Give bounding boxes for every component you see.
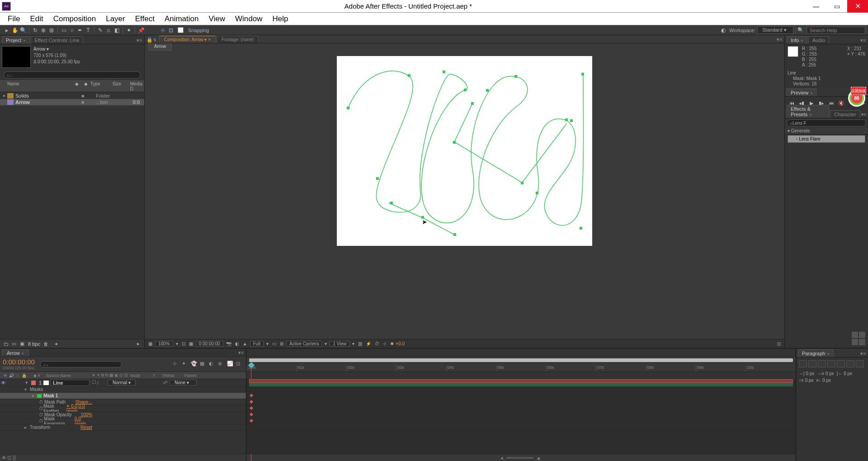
- col-name[interactable]: Name: [2, 81, 73, 91]
- menu-edit[interactable]: Edit: [25, 14, 48, 24]
- timeline-icon[interactable]: ⏱: [373, 341, 381, 346]
- camera-select[interactable]: Active Camera: [286, 341, 322, 347]
- col-type-icon[interactable]: ◆: [81, 81, 90, 91]
- snap-grid-icon[interactable]: ⊡: [167, 26, 175, 34]
- brush-tool-icon[interactable]: ✎: [96, 26, 104, 34]
- justify-last-right-icon[interactable]: [846, 360, 854, 367]
- workspace-select[interactable]: Standard ▾: [757, 26, 793, 34]
- effects-presets-tab[interactable]: Effects & Presets×: [787, 105, 829, 118]
- brainstorm-icon[interactable]: ◐: [719, 26, 727, 34]
- menu-composition[interactable]: Composition: [48, 14, 101, 24]
- prev-icon[interactable]: ◂: [52, 340, 60, 348]
- views-select[interactable]: 1 View: [330, 341, 349, 347]
- audio-tab[interactable]: Audio: [808, 36, 829, 44]
- menu-help[interactable]: Help: [268, 14, 293, 24]
- masks-group[interactable]: ▾Masks: [0, 386, 246, 393]
- puppet-tool-icon[interactable]: 📌: [137, 26, 145, 34]
- new-folder-icon[interactable]: ▭: [10, 340, 18, 348]
- show-last-icon[interactable]: ▲: [241, 341, 249, 346]
- draft-3d-icon[interactable]: ✦: [182, 361, 189, 368]
- next-icon[interactable]: ▸: [134, 340, 142, 348]
- lock-icon[interactable]: 🔒: [146, 37, 153, 43]
- selection-tool-icon[interactable]: ▸: [3, 26, 11, 34]
- grid-icon[interactable]: ⊞: [278, 341, 285, 346]
- anchor-tool-icon[interactable]: ⊞: [47, 26, 56, 34]
- frame-blend-icon[interactable]: ▦: [200, 361, 207, 368]
- parent-col[interactable]: Parent: [184, 373, 207, 378]
- col-label-icon[interactable]: ◆: [73, 81, 82, 91]
- col-type[interactable]: Type: [90, 81, 113, 91]
- panel-menu-icon[interactable]: ▾≡: [777, 37, 783, 43]
- interpret-footage-icon[interactable]: 🗀: [2, 340, 10, 348]
- indent-first-value[interactable]: →≡ 0 px: [817, 371, 834, 376]
- time-ruler[interactable]: :00s01s02s03s04s05s06s07s08s09s10s: [246, 357, 796, 372]
- project-search-input[interactable]: ⌕▾: [4, 71, 141, 79]
- menu-window[interactable]: Window: [230, 14, 267, 24]
- eraser-tool-icon[interactable]: ◧: [113, 26, 121, 34]
- mask-expansion-prop[interactable]: ⏱Mask Expansion0.0 pixels: [0, 418, 246, 424]
- align-right-icon[interactable]: [818, 360, 826, 367]
- zoom-out-icon[interactable]: ▴: [501, 455, 504, 461]
- col-media[interactable]: Media D: [130, 81, 142, 91]
- maximize-button[interactable]: ▭: [826, 0, 847, 13]
- timeline-tab[interactable]: Arrow×: [2, 349, 29, 356]
- keyframe-icon[interactable]: [250, 413, 253, 416]
- justify-last-left-icon[interactable]: [827, 360, 835, 367]
- keyframe-icon[interactable]: [250, 400, 253, 404]
- label-col-icon[interactable]: ◆: [32, 373, 38, 378]
- menu-animation[interactable]: Animation: [160, 14, 204, 24]
- hand-tool-icon[interactable]: ✋: [11, 26, 19, 34]
- maximize-panel-icon[interactable]: ⊡: [775, 341, 783, 346]
- blend-mode-select[interactable]: Normal ▾: [108, 380, 136, 386]
- mask-opacity-prop[interactable]: ⏱Mask Opacity100%: [0, 412, 246, 418]
- flowchart-icon[interactable]: ⊹: [381, 341, 388, 346]
- project-row-arrow[interactable]: Arrow ■ ...tion 0:0: [0, 99, 144, 105]
- panel-menu-icon[interactable]: ▾≡: [861, 112, 867, 118]
- project-row-solids[interactable]: ▸ Solids ■ Folder: [0, 92, 144, 99]
- panel-menu-icon[interactable]: ▾≡: [860, 351, 867, 357]
- close-icon[interactable]: ×: [22, 351, 24, 356]
- keyframe-icon[interactable]: [250, 419, 253, 423]
- expand-icon[interactable]: ⊡: [236, 361, 243, 368]
- paragraph-tab[interactable]: Paragraph×: [798, 349, 834, 357]
- solo-col-icon[interactable]: ○: [14, 373, 21, 378]
- mask-bar[interactable]: [249, 383, 793, 386]
- effect-controls-tab[interactable]: Effect Controls: Line: [31, 36, 84, 44]
- current-timecode[interactable]: 0:00:00:00: [0, 358, 35, 366]
- exposure-value[interactable]: +0.0: [396, 341, 405, 346]
- close-icon[interactable]: ×: [23, 38, 25, 43]
- comp-viewer-tab[interactable]: Composition: Arrow ▾ ×: [159, 36, 216, 43]
- mode-col[interactable]: Mode: [130, 373, 153, 378]
- audio-col-icon[interactable]: 🔊: [8, 373, 14, 378]
- panel-menu-icon[interactable]: ▾≡: [137, 38, 143, 44]
- align-center-icon[interactable]: [808, 360, 816, 367]
- close-button[interactable]: ✕: [847, 0, 868, 13]
- snapshot-icon[interactable]: 📷: [224, 341, 233, 346]
- space-before-value[interactable]: ↑≡ 0 px: [799, 378, 814, 383]
- toggle-switches-icon[interactable]: ⊕ ⊡ {}: [2, 455, 16, 461]
- preview-tab[interactable]: Preview×: [787, 89, 816, 96]
- roi-icon[interactable]: ▭: [270, 341, 278, 346]
- stopwatch-icon[interactable]: ⏱: [39, 419, 44, 423]
- resolution-select[interactable]: Full: [250, 341, 264, 347]
- zoom-tool-icon[interactable]: 🔍: [19, 26, 27, 34]
- space-after-value[interactable]: ≡↓ 0 px: [816, 378, 831, 383]
- comp-thumbnail[interactable]: [2, 46, 31, 68]
- pixel-aspect-icon[interactable]: ▥: [356, 341, 364, 346]
- timeline-layer-line[interactable]: 👁 ▾ 1 Line / Normal ▾ ☍ None ▾: [0, 379, 246, 386]
- menu-file[interactable]: File: [3, 14, 25, 24]
- zoom-select[interactable]: 100%: [155, 341, 173, 347]
- col-size[interactable]: Size: [113, 81, 130, 91]
- flow-icon[interactable]: ↯: [153, 37, 159, 43]
- snap-axis-icon[interactable]: ⊹: [159, 26, 167, 34]
- layer-bar[interactable]: [249, 379, 793, 383]
- camera-tool-icon[interactable]: ⊕: [39, 26, 47, 34]
- mask-feather-prop[interactable]: ⏱Mask Feather⚭ 0.0,0.0 pixels: [0, 405, 246, 412]
- mask-path-prop[interactable]: ⏱Mask PathShape...: [0, 399, 246, 405]
- menu-view[interactable]: View: [204, 14, 231, 24]
- clone-tool-icon[interactable]: ⎌: [104, 26, 113, 34]
- zoom-in-icon[interactable]: ▲: [536, 455, 541, 461]
- effect-category[interactable]: ▾ Generate: [785, 127, 868, 135]
- comp-mini-flowchart-icon[interactable]: ⊹: [173, 361, 180, 368]
- mute-icon[interactable]: 🔇: [837, 99, 845, 107]
